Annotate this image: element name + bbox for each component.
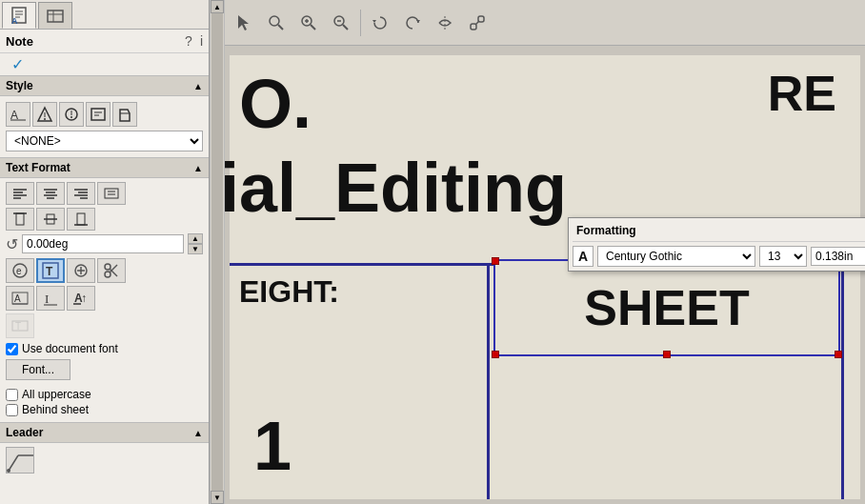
text-number: 1 bbox=[253, 407, 292, 485]
style-icons-row: A bbox=[6, 102, 203, 127]
style-btn-2[interactable] bbox=[32, 102, 57, 127]
use-document-font-checkbox[interactable] bbox=[6, 343, 18, 355]
info-icon[interactable]: i bbox=[200, 33, 203, 49]
sheet-box[interactable]: SHEET bbox=[493, 259, 840, 356]
main-canvas: O. RE ial_Editing EIGHT: SHEET 1 Format bbox=[225, 0, 865, 504]
behind-sheet-label: Behind sheet bbox=[22, 403, 89, 416]
svg-text:T: T bbox=[15, 321, 21, 332]
spin-buttons: ▲ ▼ bbox=[188, 233, 203, 254]
formatting-row: A Century Gothic 13 bbox=[573, 246, 865, 267]
toolbar-search-btn[interactable] bbox=[261, 8, 292, 38]
leader-collapse-icon: ▲ bbox=[193, 428, 203, 438]
svg-line-62 bbox=[9, 455, 18, 471]
svg-line-68 bbox=[311, 25, 315, 30]
svg-marker-75 bbox=[416, 20, 420, 23]
align-row-2 bbox=[6, 208, 203, 231]
panel-title: Note bbox=[6, 34, 185, 49]
style-btn-5[interactable] bbox=[112, 102, 137, 127]
spin-down-btn[interactable]: ▼ bbox=[188, 244, 203, 254]
font-size-dropdown[interactable]: 13 bbox=[759, 246, 807, 267]
tool-mirror-btn[interactable]: e bbox=[6, 258, 34, 283]
toolbar-rotate-btn[interactable] bbox=[397, 8, 428, 38]
svg-point-12 bbox=[44, 118, 46, 120]
svg-text:e: e bbox=[16, 266, 22, 276]
scroll-up-btn[interactable]: ▲ bbox=[211, 0, 224, 13]
style-btn-4[interactable] bbox=[86, 102, 111, 127]
toolbar-flip-btn[interactable] bbox=[430, 8, 460, 38]
toolbar-sep-1 bbox=[360, 10, 361, 36]
font-width-input[interactable] bbox=[811, 247, 865, 266]
tools-row-1: e T bbox=[6, 258, 203, 283]
spin-up-btn[interactable]: ▲ bbox=[188, 233, 203, 244]
help-icon[interactable]: ? bbox=[185, 33, 192, 49]
style-btn-1[interactable]: A bbox=[6, 102, 30, 127]
confirm-checkmark[interactable]: ✓ bbox=[6, 54, 30, 74]
style-collapse-icon: ▲ bbox=[193, 81, 203, 91]
font-letter-icon: A bbox=[573, 246, 593, 267]
leader-content bbox=[0, 443, 209, 477]
toolbar-zoom-out-btn[interactable] bbox=[326, 8, 356, 38]
leader-section-header[interactable]: Leader ▲ bbox=[0, 422, 209, 443]
all-uppercase-row: All uppercase bbox=[6, 388, 203, 401]
tab-note[interactable]: A bbox=[2, 2, 36, 29]
tool-small-2[interactable]: I bbox=[36, 286, 65, 311]
angle-input[interactable] bbox=[22, 234, 184, 253]
formatting-popup-title: Formatting bbox=[573, 222, 865, 242]
align-bottom-btn[interactable] bbox=[67, 208, 95, 231]
toolbar-zoom-in-btn[interactable] bbox=[293, 8, 324, 38]
align-center-btn[interactable] bbox=[36, 182, 65, 205]
scroll-down-btn[interactable]: ▼ bbox=[211, 491, 224, 504]
svg-rect-5 bbox=[48, 10, 63, 22]
v-divider-left bbox=[487, 263, 490, 499]
align-left-btn[interactable] bbox=[6, 182, 34, 205]
text-rev: RE bbox=[768, 65, 836, 122]
handle-br bbox=[835, 351, 842, 358]
left-panel: A Note ? i ✓ Style ▲ A bbox=[0, 0, 210, 504]
svg-point-15 bbox=[70, 116, 72, 118]
align-mid-btn[interactable] bbox=[36, 208, 65, 231]
tab-other[interactable] bbox=[38, 2, 72, 29]
toolbar-cursor-btn[interactable] bbox=[229, 8, 259, 38]
top-toolbar bbox=[225, 0, 865, 46]
behind-sheet-checkbox[interactable] bbox=[6, 404, 18, 416]
tab-bar: A bbox=[0, 0, 209, 30]
toolbar-refresh-btn[interactable] bbox=[365, 8, 395, 38]
v-divider-right bbox=[841, 263, 844, 499]
use-document-font-label: Use document font bbox=[22, 342, 118, 355]
align-top-btn[interactable] bbox=[6, 208, 34, 231]
svg-rect-36 bbox=[16, 213, 24, 225]
text-height: EIGHT: bbox=[239, 274, 339, 310]
svg-rect-16 bbox=[91, 109, 105, 120]
tool-scissors-btn[interactable] bbox=[97, 258, 126, 283]
toolbar-link-btn[interactable] bbox=[462, 8, 493, 38]
font-button[interactable]: Font... bbox=[6, 359, 70, 380]
text-editing: ial_Editing bbox=[225, 149, 567, 227]
svg-text:T: T bbox=[46, 265, 53, 278]
style-dropdown[interactable]: <NONE> bbox=[6, 131, 203, 151]
tool-small-3[interactable]: A↑ bbox=[67, 286, 95, 311]
svg-line-72 bbox=[343, 25, 348, 30]
svg-rect-77 bbox=[471, 24, 476, 30]
angle-row: ↺ ▲ ▼ bbox=[6, 233, 203, 254]
align-right-btn[interactable] bbox=[67, 182, 95, 205]
all-uppercase-checkbox[interactable] bbox=[6, 389, 18, 401]
tool-small-1[interactable]: A bbox=[6, 286, 34, 311]
formatting-popup: Formatting A Century Gothic 13 bbox=[568, 217, 865, 272]
handle-bm bbox=[663, 351, 671, 358]
svg-line-66 bbox=[278, 25, 283, 30]
tool-disabled: T bbox=[6, 313, 34, 338]
style-btn-3[interactable] bbox=[59, 102, 84, 127]
font-family-dropdown[interactable]: Century Gothic bbox=[597, 246, 755, 267]
svg-point-65 bbox=[270, 16, 279, 26]
tool-text-btn[interactable]: T bbox=[36, 258, 65, 283]
svg-text:I: I bbox=[45, 292, 49, 306]
leader-section-title: Leader bbox=[6, 426, 43, 439]
text-format-section-header[interactable]: Text Format ▲ bbox=[0, 157, 209, 178]
tool-add-btn[interactable] bbox=[67, 258, 95, 283]
leader-icon-btn[interactable] bbox=[6, 447, 34, 474]
text-o: O. bbox=[239, 65, 312, 143]
scroll-track bbox=[211, 13, 223, 491]
svg-marker-74 bbox=[372, 20, 376, 23]
style-section-header[interactable]: Style ▲ bbox=[0, 75, 209, 96]
align-justify-btn[interactable] bbox=[97, 182, 126, 205]
